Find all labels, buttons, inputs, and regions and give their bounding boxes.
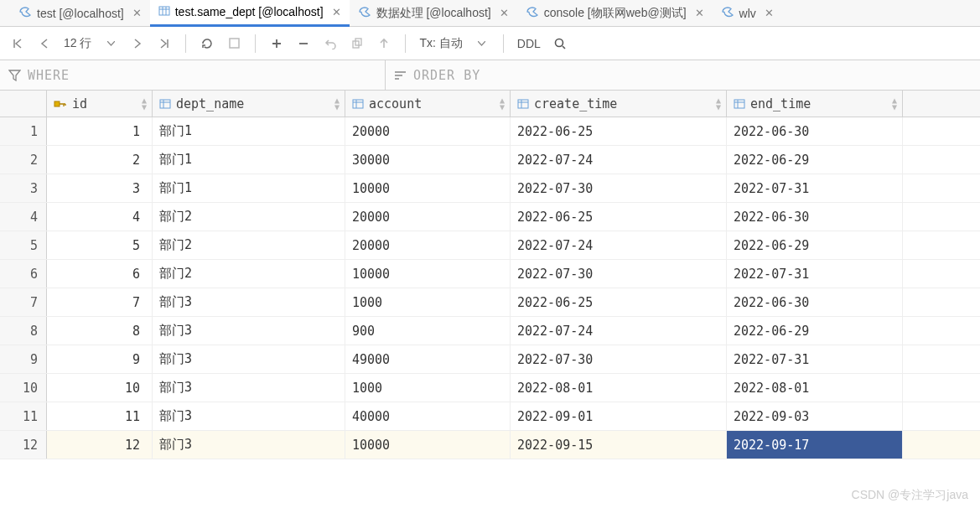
cell-end-time[interactable]: 2022-06-29 (727, 231, 903, 259)
close-icon[interactable]: ✕ (332, 6, 341, 18)
grid-corner[interactable] (0, 91, 47, 117)
reload-button[interactable] (196, 33, 218, 54)
cell-dept-name[interactable]: 部门3 (153, 402, 345, 430)
cell-id[interactable]: 10 (47, 374, 153, 402)
cell-account[interactable]: 30000 (345, 146, 511, 174)
editor-tab[interactable]: test [@localhost]✕ (10, 0, 150, 27)
cell-account[interactable]: 1000 (345, 288, 511, 316)
first-page-button[interactable] (7, 33, 29, 54)
cell-id[interactable]: 6 (47, 260, 153, 288)
table-row[interactable]: 55部门2200002022-07-242022-06-29 (0, 231, 980, 260)
row-number[interactable]: 12 (0, 431, 47, 459)
table-row[interactable]: 1212部门3100002022-09-152022-09-17 (0, 431, 980, 459)
column-header-dept-name[interactable]: dept_name (153, 91, 345, 117)
row-number[interactable]: 2 (0, 146, 47, 174)
cell-dept-name[interactable]: 部门2 (153, 231, 345, 259)
add-row-button[interactable] (266, 33, 288, 54)
cell-create-time[interactable]: 2022-08-01 (511, 374, 727, 402)
cell-account[interactable]: 10000 (345, 174, 511, 202)
search-button[interactable] (549, 33, 571, 54)
cell-account[interactable]: 10000 (345, 260, 511, 288)
cell-id[interactable]: 12 (47, 431, 153, 459)
close-icon[interactable]: ✕ (765, 7, 774, 19)
cell-end-time[interactable]: 2022-09-17 (727, 431, 903, 459)
clone-row-button[interactable] (346, 33, 368, 54)
cell-account[interactable]: 1000 (345, 374, 511, 402)
cell-dept-name[interactable]: 部门3 (153, 317, 345, 345)
ddl-button[interactable]: DDL (514, 37, 544, 50)
cell-create-time[interactable]: 2022-07-24 (511, 317, 727, 345)
cell-create-time[interactable]: 2022-06-25 (511, 203, 727, 231)
cell-dept-name[interactable]: 部门2 (153, 260, 345, 288)
cell-end-time[interactable]: 2022-06-30 (727, 288, 903, 316)
cell-id[interactable]: 5 (47, 231, 153, 259)
table-row[interactable]: 1010部门310002022-08-012022-08-01 (0, 374, 980, 402)
cell-end-time[interactable]: 2022-06-30 (727, 117, 903, 145)
tx-mode-dropdown-icon[interactable] (471, 33, 493, 54)
order-by-filter[interactable]: ORDER BY (386, 60, 980, 90)
editor-tab[interactable]: console [物联网web@测试]✕ (517, 0, 713, 27)
row-number[interactable]: 3 (0, 174, 47, 202)
cell-create-time[interactable]: 2022-06-25 (511, 117, 727, 145)
cell-dept-name[interactable]: 部门3 (153, 345, 345, 373)
last-page-button[interactable] (153, 33, 175, 54)
remove-row-button[interactable] (293, 33, 314, 54)
cell-end-time[interactable]: 2022-06-29 (727, 317, 903, 345)
row-number[interactable]: 1 (0, 117, 47, 145)
commit-button[interactable] (373, 33, 395, 54)
cell-account[interactable]: 49000 (345, 345, 511, 373)
row-number[interactable]: 10 (0, 374, 47, 402)
next-page-button[interactable] (127, 33, 148, 54)
table-row[interactable]: 44部门2200002022-06-252022-06-30 (0, 203, 980, 231)
table-row[interactable]: 1111部门3400002022-09-012022-09-03 (0, 402, 980, 431)
row-number[interactable]: 4 (0, 203, 47, 231)
cell-create-time[interactable]: 2022-09-15 (511, 431, 727, 459)
where-filter[interactable]: WHERE (0, 60, 386, 90)
row-number[interactable]: 7 (0, 288, 47, 316)
column-header-id[interactable]: id (47, 91, 153, 117)
cell-create-time[interactable]: 2022-07-30 (511, 260, 727, 288)
cell-end-time[interactable]: 2022-07-31 (727, 345, 903, 373)
cell-id[interactable]: 4 (47, 203, 153, 231)
cell-end-time[interactable]: 2022-06-29 (727, 146, 903, 174)
row-number[interactable]: 8 (0, 317, 47, 345)
cell-id[interactable]: 11 (47, 402, 153, 430)
cell-id[interactable]: 7 (47, 288, 153, 316)
row-number[interactable]: 9 (0, 345, 47, 373)
editor-tab[interactable]: test.same_dept [@localhost]✕ (150, 0, 350, 27)
cell-account[interactable]: 20000 (345, 117, 511, 145)
cell-create-time[interactable]: 2022-06-25 (511, 288, 727, 316)
column-header-create-time[interactable]: create_time (511, 91, 727, 117)
cell-end-time[interactable]: 2022-06-30 (727, 203, 903, 231)
stop-button[interactable] (223, 33, 245, 54)
column-header-end-time[interactable]: end_time (727, 91, 903, 117)
cell-create-time[interactable]: 2022-07-30 (511, 174, 727, 202)
cell-dept-name[interactable]: 部门1 (153, 174, 345, 202)
revert-button[interactable] (319, 33, 341, 54)
cell-create-time[interactable]: 2022-07-30 (511, 345, 727, 373)
cell-account[interactable]: 10000 (345, 431, 511, 459)
cell-dept-name[interactable]: 部门3 (153, 374, 345, 402)
cell-id[interactable]: 1 (47, 117, 153, 145)
cell-create-time[interactable]: 2022-07-24 (511, 146, 727, 174)
cell-dept-name[interactable]: 部门2 (153, 203, 345, 231)
cell-end-time[interactable]: 2022-07-31 (727, 260, 903, 288)
cell-account[interactable]: 20000 (345, 231, 511, 259)
cell-account[interactable]: 40000 (345, 402, 511, 430)
cell-end-time[interactable]: 2022-09-03 (727, 402, 903, 430)
tx-mode-label[interactable]: Tx: 自动 (416, 36, 465, 51)
editor-tab[interactable]: 数据处理 [@localhost]✕ (350, 0, 517, 27)
cell-id[interactable]: 3 (47, 174, 153, 202)
cell-dept-name[interactable]: 部门1 (153, 117, 345, 145)
row-number[interactable]: 5 (0, 231, 47, 259)
row-count-dropdown-icon[interactable] (100, 33, 122, 54)
cell-account[interactable]: 20000 (345, 203, 511, 231)
table-row[interactable]: 33部门1100002022-07-302022-07-31 (0, 174, 980, 203)
close-icon[interactable]: ✕ (132, 7, 142, 19)
close-icon[interactable]: ✕ (500, 7, 509, 19)
row-number[interactable]: 6 (0, 260, 47, 288)
table-row[interactable]: 77部门310002022-06-252022-06-30 (0, 288, 980, 317)
cell-dept-name[interactable]: 部门3 (153, 288, 345, 316)
cell-id[interactable]: 9 (47, 345, 153, 373)
cell-id[interactable]: 8 (47, 317, 153, 345)
